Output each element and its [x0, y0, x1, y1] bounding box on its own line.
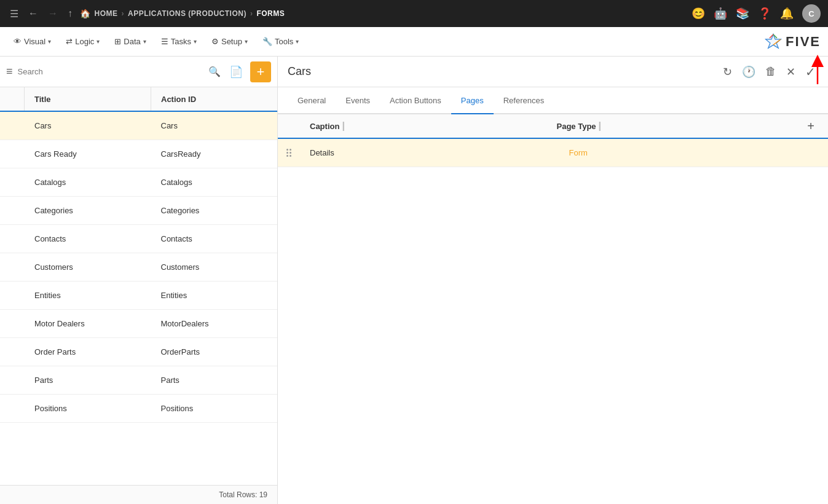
td-title: Cars Ready: [25, 140, 151, 168]
page-type-cell: Form: [564, 148, 824, 157]
pages-table-row[interactable]: Details Form: [278, 139, 828, 167]
table-row[interactable]: Catalogs Catalogs: [0, 168, 277, 197]
table-row[interactable]: Positions Positions: [0, 395, 277, 423]
eye-icon: 👁: [14, 37, 22, 46]
td-action-id: Contacts: [151, 225, 278, 253]
tools-caret: ▾: [296, 38, 299, 45]
table-row[interactable]: Customers Customers: [0, 253, 277, 282]
td-check: [0, 168, 25, 196]
visual-caret: ▾: [48, 38, 51, 45]
home-icon: 🏠: [80, 9, 91, 18]
add-button[interactable]: +: [250, 61, 271, 82]
toolbar-logic[interactable]: ⇄ Logic ▾: [60, 33, 106, 50]
refresh-icon[interactable]: ↻: [720, 63, 735, 81]
save-check-icon[interactable]: ✓: [803, 62, 818, 82]
search-bar: ≡ 🔍 📄 +: [0, 57, 277, 87]
breadcrumb: 🏠 HOME › APPLICATIONS (PRODUCTION) › FOR…: [80, 9, 285, 18]
tasks-icon: ☰: [161, 37, 168, 46]
td-title: Order Parts: [25, 338, 151, 366]
forward-icon[interactable]: →: [45, 6, 60, 22]
table-row[interactable]: Categories Categories: [0, 197, 277, 225]
logic-caret: ▾: [97, 38, 100, 45]
five-logo-icon: [765, 33, 782, 50]
five-logo-text: FIVE: [786, 34, 821, 50]
toolbar-tasks-label: Tasks: [171, 37, 191, 46]
logic-icon: ⇄: [66, 37, 73, 46]
top-nav-bar: ☰ ← → ↑ 🏠 HOME › APPLICATIONS (PRODUCTIO…: [0, 0, 828, 27]
search-input-wrap: [18, 67, 203, 76]
menu-icon[interactable]: ☰: [7, 6, 21, 22]
td-check: [0, 197, 25, 224]
close-icon[interactable]: ✕: [784, 63, 798, 81]
filter-icon[interactable]: ≡: [6, 65, 13, 78]
toolbar-tools[interactable]: 🔧 Tools ▾: [256, 33, 305, 50]
th-action-id: Action ID: [151, 87, 277, 111]
td-check: [0, 310, 25, 337]
right-header: Cars ↻ 🕐 🗑 ✕ ✓: [278, 57, 828, 87]
clock-icon[interactable]: 🕐: [739, 63, 758, 81]
tab-events[interactable]: Events: [336, 87, 380, 114]
robot-icon[interactable]: 🤖: [714, 7, 727, 20]
table-row[interactable]: Entities Entities: [0, 282, 277, 310]
help-icon[interactable]: ❓: [758, 7, 771, 20]
tab-pages[interactable]: Pages: [451, 87, 494, 114]
pages-table-header: Caption | Page Type | +: [278, 114, 828, 139]
page-caption-cell: Details: [305, 148, 564, 157]
td-title: Cars: [25, 112, 151, 140]
table-row[interactable]: Motor Dealers MotorDealers: [0, 310, 277, 338]
tasks-caret: ▾: [194, 38, 197, 45]
tab-action-buttons[interactable]: Action Buttons: [380, 87, 451, 114]
table-row[interactable]: Order Parts OrderParts: [0, 338, 277, 366]
cth-page-type: Page Type |: [552, 120, 799, 132]
data-caret: ▾: [143, 38, 146, 45]
toolbar-tasks[interactable]: ☰ Tasks ▾: [155, 33, 203, 50]
nav-right: 😊 🤖 📚 ❓ 🔔 C: [692, 4, 821, 23]
table-header: Title Action ID: [0, 87, 277, 112]
five-logo: FIVE: [765, 33, 821, 50]
breadcrumb-apps[interactable]: APPLICATIONS (PRODUCTION): [128, 9, 246, 18]
td-action-id: Catalogs: [151, 168, 278, 196]
table-row[interactable]: Cars Ready CarsReady: [0, 140, 277, 168]
main-area: ≡ 🔍 📄 + Title Action ID Cars Cars Cars: [0, 57, 828, 504]
td-check: [0, 395, 25, 422]
add-page-button[interactable]: +: [802, 117, 819, 135]
td-check: [0, 140, 25, 168]
books-icon[interactable]: 📚: [736, 7, 749, 20]
td-title: Entities: [25, 282, 151, 309]
td-action-id: OrderParts: [151, 338, 278, 366]
toolbar-data[interactable]: ⊞ Data ▾: [108, 33, 152, 50]
table-row[interactable]: Parts Parts: [0, 366, 277, 395]
td-action-id: Cars: [151, 112, 278, 140]
td-check: [0, 112, 25, 140]
search-icon[interactable]: 🔍: [208, 66, 221, 77]
document-icon-button[interactable]: 📄: [226, 61, 246, 82]
user-avatar[interactable]: C: [802, 4, 821, 23]
td-action-id: CarsReady: [151, 140, 278, 168]
td-title: Categories: [25, 197, 151, 224]
nav-left: ☰ ← → ↑ 🏠 HOME › APPLICATIONS (PRODUCTIO…: [7, 6, 687, 22]
breadcrumb-home[interactable]: HOME: [95, 9, 118, 18]
back-icon[interactable]: ←: [26, 6, 41, 22]
tools-icon: 🔧: [262, 37, 272, 46]
up-icon[interactable]: ↑: [65, 6, 75, 22]
toolbar-logic-label: Logic: [75, 37, 94, 46]
support-icon[interactable]: 😊: [692, 7, 705, 20]
td-action-id: Customers: [151, 253, 278, 281]
td-action-id: Parts: [151, 366, 278, 394]
table-row[interactable]: Contacts Contacts: [0, 225, 277, 253]
toolbar-visual-label: Visual: [24, 37, 45, 46]
table-row[interactable]: Cars Cars: [0, 112, 277, 140]
delete-icon[interactable]: 🗑: [763, 63, 779, 81]
td-check: [0, 338, 25, 366]
setup-icon: ⚙: [211, 37, 219, 46]
tab-references[interactable]: References: [494, 87, 554, 114]
bell-icon[interactable]: 🔔: [780, 7, 794, 20]
toolbar-visual[interactable]: 👁 Visual ▾: [7, 33, 57, 50]
right-panel-title: Cars: [288, 65, 716, 78]
td-title: Motor Dealers: [25, 310, 151, 337]
search-input[interactable]: [18, 67, 203, 76]
tab-general[interactable]: General: [288, 87, 336, 114]
toolbar-setup[interactable]: ⚙ Setup ▾: [205, 33, 254, 50]
table-body[interactable]: Cars Cars Cars Ready CarsReady Catalogs …: [0, 112, 277, 485]
total-rows: Total Rows: 19: [0, 485, 277, 504]
